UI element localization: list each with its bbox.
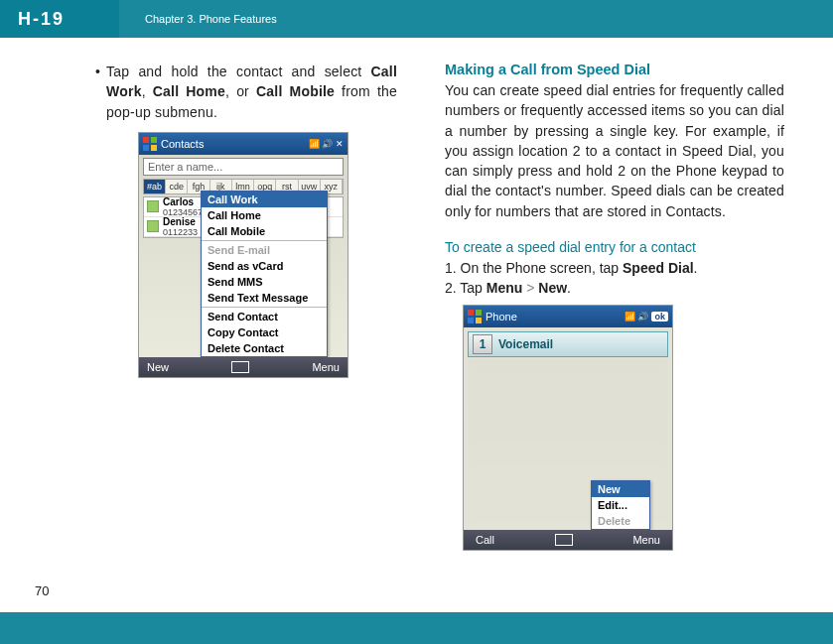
keyboard-icon[interactable] (555, 534, 573, 546)
keyboard-icon[interactable] (231, 361, 249, 373)
step2-a: 2. Tap (445, 280, 486, 296)
contact-icon (147, 220, 159, 232)
menu-send-contact[interactable]: Send Contact (202, 309, 327, 324)
menu-call-home[interactable]: Call Home (202, 207, 327, 223)
screenshot-speed-dial: Phone 📶 🔊 ok 1 Voicemail New Edit... Del… (463, 305, 673, 551)
menu-send-vcard[interactable]: Send as vCard (202, 258, 327, 274)
chapter-title: Chapter 3. Phone Features (145, 13, 277, 25)
titlebar-text: Phone (486, 311, 517, 322)
step1-text: 1. On the Phone screen, tap (445, 260, 623, 276)
status-icons: 📶 🔊 ✕ (309, 139, 344, 149)
logo: H-19 (18, 9, 65, 30)
menu-send-email[interactable]: Send E-mail (202, 242, 327, 258)
menu-edit[interactable]: Edit... (592, 497, 649, 513)
screenshot-contacts: Contacts 📶 🔊 ✕ Enter a name... #ab cde f… (138, 132, 348, 378)
softkey-bar: Call Menu (464, 530, 672, 550)
ok-button[interactable]: ok (651, 312, 668, 322)
softkey-left[interactable]: New (147, 361, 169, 373)
step1-end: . (694, 260, 698, 276)
menu-copy-contact[interactable]: Copy Contact (202, 324, 327, 340)
bullet-intro: Tap and hold the contact and select (106, 64, 370, 79)
softkey-left[interactable]: Call (476, 534, 494, 546)
bullet-item: • Tap and hold the contact and select Ca… (89, 62, 397, 122)
windows-icon (143, 137, 157, 151)
sep1: , (142, 83, 153, 99)
menu-separator (202, 240, 327, 241)
context-menu: Call Work Call Home Call Mobile Send E-m… (201, 191, 328, 357)
header-band: H-19 Chapter 3. Phone Features (0, 0, 833, 38)
menu-send-text[interactable]: Send Text Message (202, 290, 327, 306)
softkey-right[interactable]: Menu (312, 361, 340, 373)
page-number: 70 (35, 583, 49, 598)
alpha-cell[interactable]: cde (166, 180, 188, 193)
softkey-bar: New Menu (139, 357, 347, 377)
bullet-dot: • (95, 62, 100, 122)
menu-delete-contact[interactable]: Delete Contact (202, 340, 327, 356)
gt-symbol: > (522, 280, 538, 296)
footer-band (0, 612, 833, 644)
menu-label: Menu (486, 280, 523, 296)
titlebar: Contacts 📶 🔊 ✕ (139, 133, 347, 155)
menu-call-mobile[interactable]: Call Mobile (202, 223, 327, 239)
call-home-label: Call Home (153, 83, 225, 99)
status-area: 📶 🔊 ok (625, 312, 668, 322)
menu-call-work[interactable]: Call Work (202, 192, 327, 207)
menu-separator (202, 307, 327, 308)
menu-send-mms[interactable]: Send MMS (202, 274, 327, 290)
popup-menu: New Edit... Delete (591, 480, 650, 530)
contact-icon (147, 200, 159, 212)
new-label: New (538, 280, 567, 296)
step2-end: . (567, 280, 571, 296)
name-search-input[interactable]: Enter a name... (143, 158, 344, 176)
section-heading: Making a Call from Speed Dial (445, 62, 784, 77)
procedure-heading: To create a speed dial entry for a conta… (445, 239, 784, 255)
call-mobile-label: Call Mobile (256, 83, 335, 99)
speed-dial-label: Speed Dial (623, 260, 694, 276)
voicemail-entry[interactable]: 1 Voicemail (468, 331, 668, 357)
menu-delete[interactable]: Delete (592, 513, 649, 529)
bullet-text: Tap and hold the contact and select Call… (106, 62, 397, 122)
speed-dial-key-1: 1 (473, 334, 492, 354)
softkey-right[interactable]: Menu (632, 534, 660, 546)
step-2: 2. Tap Menu > New. (445, 278, 784, 298)
titlebar-text: Contacts (161, 138, 204, 150)
content-columns: • Tap and hold the contact and select Ca… (0, 38, 833, 551)
voicemail-label: Voicemail (498, 337, 553, 351)
titlebar: Phone 📶 🔊 ok (464, 306, 672, 327)
section-body: You can create speed dial entries for fr… (445, 80, 784, 221)
left-column: • Tap and hold the contact and select Ca… (89, 62, 397, 551)
windows-icon (468, 310, 482, 323)
right-column: Making a Call from Speed Dial You can cr… (445, 62, 784, 551)
menu-new[interactable]: New (592, 481, 649, 497)
alpha-cell[interactable]: #ab (144, 180, 166, 193)
header-left-box: H-19 (0, 0, 119, 38)
sep2: , or (225, 83, 256, 99)
step-1: 1. On the Phone screen, tap Speed Dial. (445, 258, 784, 278)
